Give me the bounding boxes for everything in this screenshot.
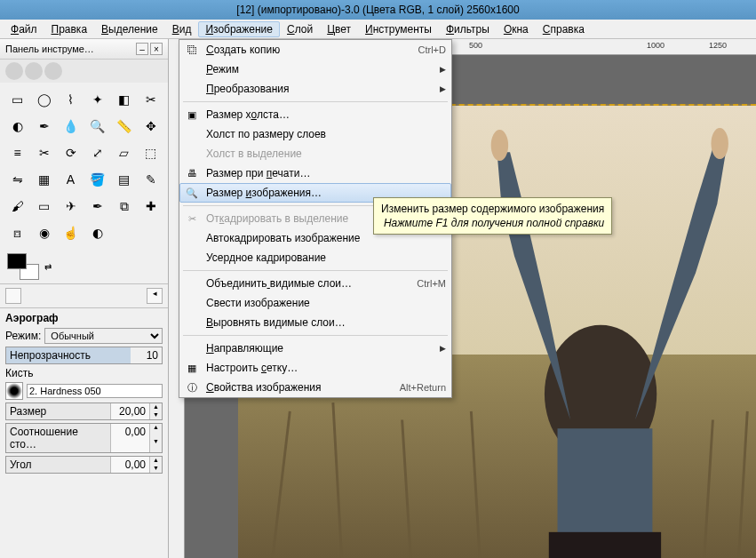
menu-окна[interactable]: Окна (497, 21, 536, 37)
scissors-tool[interactable]: ✂ (139, 88, 163, 111)
svg-point-4 (711, 128, 728, 159)
color-select-tool[interactable]: ◧ (113, 88, 136, 111)
wilber-strip (0, 60, 168, 83)
menu-item-холст-в-выделение: Холст в выделение (179, 144, 451, 163)
menu-item-создать-копию[interactable]: ⿻Создать копиюCtrl+D (179, 40, 451, 60)
menu-изображение[interactable]: Изображение (198, 21, 280, 37)
svg-line-8 (471, 411, 480, 558)
ratio-spinner[interactable]: Соотношение сто… 0,00 ▲▼ (5, 423, 163, 453)
measure-tool[interactable]: 📏 (113, 115, 136, 138)
tool-grid: ▭◯⌇✦◧✂◐✒💧🔍📏✥≡✂⟳⤢▱⬚⇋▦A🪣▤✎🖌▭✈✒⧉✚⧈◉☝◐ (0, 83, 168, 250)
fuzzy-select-tool[interactable]: ✦ (86, 88, 109, 111)
heal-tool[interactable]: ✚ (139, 195, 163, 218)
toolbox-title: Панель инструме… (5, 44, 134, 54)
persp-clone-tool[interactable]: ⧈ (6, 221, 29, 244)
menu-файл[interactable]: Файл (4, 21, 44, 37)
size-spinner[interactable]: Размер 20,00 ▲▼ (5, 403, 163, 420)
menu-правка[interactable]: Правка (44, 21, 95, 37)
menu-bar: ФайлПравкаВыделениеВидИзображениеСлойЦве… (0, 20, 756, 39)
menu-item-преобразования[interactable]: Преобразования▶ (179, 79, 451, 99)
svg-line-10 (739, 411, 748, 558)
svg-line-7 (402, 420, 411, 558)
rotate-tool[interactable]: ⟳ (60, 141, 83, 164)
menu-вид[interactable]: Вид (165, 21, 199, 37)
menu-item-размер-холста[interactable]: ▣Размер холста… (179, 105, 451, 124)
title-bar: [12] (импортировано)-3.0 (Цвета RGB, 1 с… (0, 0, 756, 20)
scale-tool[interactable]: ⤢ (86, 141, 109, 164)
menu-item-режим[interactable]: Режим▶ (179, 60, 451, 79)
tool-options-title: Аэрограф (5, 312, 163, 324)
copy-icon: ⿻ (183, 43, 201, 57)
zoom-tool[interactable]: 🔍 (86, 115, 109, 138)
menu-item-настроить-сетку[interactable]: ▦Настроить сетку… (179, 358, 451, 378)
menu-item-размер-при-печати[interactable]: 🖶Размер при печати… (179, 163, 451, 183)
menu-item-холст-по-размеру-слоев[interactable]: Холст по размеру слоев (179, 124, 451, 144)
flip-tool[interactable]: ⇋ (6, 168, 29, 191)
brush-name-field[interactable] (27, 384, 163, 398)
pencil-tool[interactable]: ✎ (139, 168, 163, 191)
toolbox-header: Панель инструме… – × (0, 39, 168, 60)
tooltip: Изменить размер содержимого изображения … (373, 197, 612, 235)
opacity-slider[interactable]: Непрозрачность 10 (5, 347, 163, 364)
opacity-label: Непрозрачность (10, 349, 91, 362)
menu-item-свести-изображение[interactable]: Свести изображение (179, 293, 451, 313)
blend-tool[interactable]: ▤ (113, 168, 136, 191)
menu-инструменты[interactable]: Инструменты (358, 21, 439, 37)
menu-item-усердное-кадрирование[interactable]: Усердное кадрирование (179, 248, 451, 267)
app-title: [12] (импортировано)-3.0 (Цвета RGB, 1 с… (236, 4, 519, 16)
fg-select-tool[interactable]: ◐ (6, 115, 29, 138)
crop-tool[interactable]: ✂ (33, 141, 56, 164)
tooltip-hint: Нажмите F1 для получения полной справки (381, 217, 604, 229)
perspective-tool[interactable]: ⬚ (139, 141, 163, 164)
menu-справка[interactable]: Справка (536, 21, 592, 37)
opacity-value: 10 (147, 349, 158, 362)
bucket-tool[interactable]: 🪣 (86, 168, 109, 191)
tool-options-tab[interactable] (5, 288, 21, 304)
minimize-icon[interactable]: – (136, 43, 148, 55)
menu-item-объединить-видимые-слои[interactable]: Объединить видимые слои…Ctrl+M (179, 274, 451, 293)
fg-bg-swatch[interactable] (7, 253, 39, 280)
submenu-arrow-icon: ▶ (440, 344, 446, 353)
tab-menu-icon[interactable]: ◂ (147, 288, 163, 304)
airbrush-tool[interactable]: ✈ (60, 195, 83, 218)
scale-icon: 🔍 (183, 186, 201, 200)
mode-select[interactable]: Обычный (44, 328, 163, 344)
angle-spinner[interactable]: Угол 0,00 ▲▼ (5, 456, 163, 474)
ellipse-select-tool[interactable]: ◯ (33, 88, 56, 111)
clone-tool[interactable]: ⧉ (113, 195, 136, 218)
menu-фильтры[interactable]: Фильтры (439, 21, 497, 37)
rect-select-tool[interactable]: ▭ (6, 88, 29, 111)
paintbrush-tool[interactable]: 🖌 (6, 195, 29, 218)
blank-icon (183, 147, 201, 161)
blur-tool[interactable]: ◉ (33, 221, 56, 244)
text-tool[interactable]: A (60, 168, 83, 191)
canvas-icon: ▣ (183, 108, 201, 122)
ink-tool[interactable]: ✒ (86, 195, 109, 218)
dodge-tool[interactable]: ◐ (86, 221, 109, 244)
free-select-tool[interactable]: ⌇ (60, 88, 83, 111)
color-swatches: ⇄ (0, 250, 168, 283)
close-icon[interactable]: × (150, 43, 163, 55)
fg-color-swatch[interactable] (7, 253, 27, 269)
menu-цвет[interactable]: Цвет (320, 21, 358, 37)
menu-слой[interactable]: Слой (280, 21, 320, 37)
menu-item-направляющие[interactable]: Направляющие▶ (179, 339, 451, 358)
color-picker-tool[interactable]: 💧 (60, 115, 83, 138)
swap-icon[interactable]: ⇄ (44, 262, 52, 272)
menu-item-свойства-изображения[interactable]: ⓘСвойства изображенияAlt+Return (179, 378, 451, 397)
smudge-tool[interactable]: ☝ (60, 221, 83, 244)
brush-preview-icon[interactable] (5, 382, 23, 400)
brush-label: Кисть (5, 367, 33, 379)
mode-label: Режим: (5, 330, 41, 342)
menu-выделение[interactable]: Выделение (94, 21, 165, 37)
shear-tool[interactable]: ▱ (113, 141, 136, 164)
paths-tool[interactable]: ✒ (33, 115, 56, 138)
eraser-tool[interactable]: ▭ (33, 195, 56, 218)
menu-item-выровнять-видимые-слои[interactable]: Выровнять видимые слои… (179, 313, 451, 332)
blank-icon (183, 62, 201, 76)
cage-tool[interactable]: ▦ (33, 168, 56, 191)
align-tool[interactable]: ≡ (6, 141, 29, 164)
blank-icon (183, 251, 201, 265)
move-tool[interactable]: ✥ (139, 115, 163, 138)
tool-options: Аэрограф Режим: Обычный Непрозрачность 1… (0, 308, 168, 477)
